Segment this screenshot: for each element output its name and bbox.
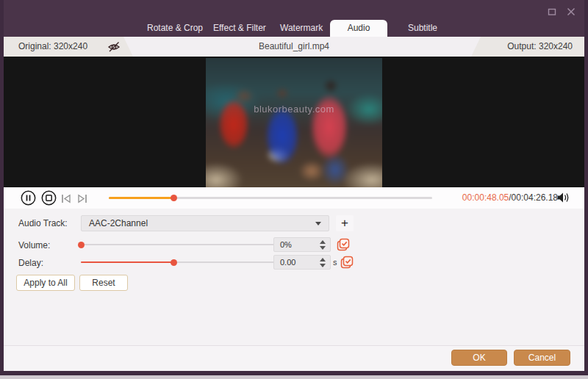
volume-spinner <box>320 239 326 251</box>
delay-spin-up[interactable] <box>320 258 326 261</box>
delay-unit-label: s <box>333 258 337 267</box>
delay-spinbox <box>273 255 331 270</box>
titlebar: Rotate & Crop Effect & Filter Watermark … <box>4 0 584 37</box>
apply-check-icon <box>336 237 351 252</box>
tab-audio[interactable]: Audio <box>330 20 387 37</box>
video-watermark-text: blukorbeauty.com <box>206 104 382 115</box>
audio-track-label: Audio Track: <box>18 218 68 228</box>
delay-spinner <box>320 256 326 269</box>
total-time: /00:04:26.18 <box>509 192 558 203</box>
video-frame: blukorbeauty.com <box>206 58 382 187</box>
screenshot-stage: Rotate & Crop Effect & Filter Watermark … <box>0 0 588 379</box>
tab-effect-filter[interactable]: Effect & Filter <box>213 20 266 37</box>
playback-bar: 00:00:48.05/00:04:26.18 <box>4 187 584 209</box>
tab-watermark[interactable]: Watermark <box>280 20 323 37</box>
delay-slider-fill <box>81 261 173 263</box>
volume-spin-down[interactable] <box>320 246 326 250</box>
maximize-button[interactable] <box>546 6 558 18</box>
stop-button[interactable] <box>41 190 57 206</box>
reset-button[interactable]: Reset <box>79 275 128 291</box>
volume-slider-track[interactable] <box>81 244 274 245</box>
next-frame-button[interactable] <box>77 193 87 203</box>
tab-rotate-crop[interactable]: Rotate & Crop <box>147 20 203 37</box>
volume-spinbox <box>273 237 331 252</box>
hide-original-toggle[interactable] <box>107 41 121 53</box>
audio-track-select[interactable]: AAC-2Channel <box>81 215 329 231</box>
cancel-button[interactable]: Cancel <box>514 350 570 366</box>
delay-input[interactable] <box>274 256 314 269</box>
delay-apply-check-button[interactable] <box>340 255 354 270</box>
apply-to-all-button[interactable]: Apply to All <box>16 275 75 291</box>
previous-frame-button[interactable] <box>61 193 71 203</box>
next-frame-icon <box>77 194 87 203</box>
ok-button[interactable]: OK <box>451 350 507 366</box>
volume-label: Volume: <box>18 240 50 250</box>
preview-header: Beautiful_girl.mp4 Original: 320x240 Out… <box>4 37 584 57</box>
playback-progress-fill <box>109 197 173 199</box>
dialog-footer: OK Cancel <box>4 345 584 371</box>
maximize-icon <box>546 6 558 18</box>
apply-check-icon <box>340 255 354 270</box>
volume-spin-up[interactable] <box>320 240 326 244</box>
volume-slider-handle[interactable] <box>78 242 85 248</box>
close-button[interactable] <box>565 6 577 18</box>
delay-label: Delay: <box>18 258 43 268</box>
delay-spin-down[interactable] <box>320 264 326 267</box>
output-resolution-tab: Output: 320x240 <box>471 37 584 57</box>
volume-input[interactable] <box>274 238 314 251</box>
delay-slider-handle[interactable] <box>171 259 177 266</box>
pause-icon <box>21 190 36 206</box>
video-edit-window: Rotate & Crop Effect & Filter Watermark … <box>0 0 588 375</box>
video-still <box>206 58 382 187</box>
volume-apply-check-button[interactable] <box>336 237 351 252</box>
current-time: 00:00:48.05 <box>462 192 509 203</box>
audio-settings-panel: Audio Track: AAC-2Channel + Volume: <box>4 209 584 345</box>
playback-time: 00:00:48.05/00:04:26.18 <box>462 192 558 203</box>
playback-seek-handle[interactable] <box>171 195 177 201</box>
speaker-icon <box>556 192 570 203</box>
mute-toggle[interactable] <box>556 192 570 203</box>
original-resolution-label: Original: 320x240 <box>18 37 87 57</box>
stop-icon <box>41 190 57 206</box>
close-icon <box>565 6 577 18</box>
chevron-down-icon <box>315 222 321 225</box>
pause-button[interactable] <box>21 190 36 206</box>
add-audio-track-button[interactable]: + <box>336 215 354 231</box>
previous-frame-icon <box>61 194 71 203</box>
tab-subtitle[interactable]: Subtitle <box>408 20 437 37</box>
audio-track-value: AAC-2Channel <box>89 218 148 228</box>
delay-slider-track[interactable] <box>81 261 274 263</box>
window-bottom-edge <box>0 375 588 379</box>
output-resolution-label: Output: 320x240 <box>507 37 584 57</box>
playback-seek-track[interactable] <box>109 197 432 199</box>
eye-off-icon <box>107 41 121 53</box>
video-preview-area: blukorbeauty.com <box>4 57 584 187</box>
